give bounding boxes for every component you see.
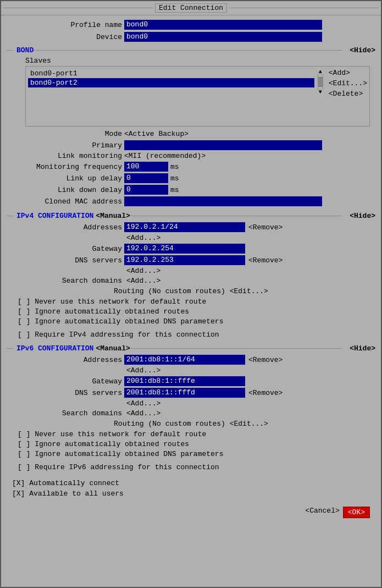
bond-label: BOND xyxy=(16,46,34,54)
bond-line-right xyxy=(34,50,342,51)
ipv6-gateway-label: Gateway xyxy=(7,377,122,386)
ipv6-address-remove-btn[interactable]: <Remove> xyxy=(248,356,283,364)
ipv6-hide-btn[interactable]: <Hide> xyxy=(350,344,375,353)
link-down-delay-input[interactable]: 0 xyxy=(124,185,168,195)
ipv6-gateway-input[interactable]: 2001:db8:1::fffe xyxy=(124,376,245,386)
ipv4-dns-remove-btn[interactable]: <Remove> xyxy=(248,256,283,265)
ipv4-gateway-label: Gateway xyxy=(7,245,122,253)
ipv6-add-address-btn[interactable]: <Add...> xyxy=(126,366,160,375)
ipv4-line-left xyxy=(7,216,13,216)
ipv6-routing-text[interactable]: Routing (No custom routes) <Edit...> xyxy=(114,420,268,428)
ipv6-line-right xyxy=(130,348,342,349)
mode-value[interactable]: <Active Backup> xyxy=(124,130,189,138)
edit-slave-btn[interactable]: <Edit...> xyxy=(329,79,367,87)
ipv6-dns-row: DNS servers 2001:db8:1::fffd <Remove> xyxy=(7,388,375,398)
ipv4-cb3-row: [ ] Ignore automatically obtained DNS pa… xyxy=(7,317,375,326)
primary-label: Primary xyxy=(7,141,122,150)
ipv4-cb3[interactable]: [ ] Ignore automatically obtained DNS pa… xyxy=(18,317,223,326)
bottom-buttons: <Cancel> <OK> xyxy=(7,504,375,520)
main-content: Profile name bond0 Device bond0 BOND <Hi… xyxy=(1,15,381,525)
ipv4-routing-text[interactable]: Routing (No custom routes) <Edit...> xyxy=(114,287,268,295)
link-down-delay-row: Link down delay 0 ms xyxy=(7,185,375,195)
primary-input[interactable] xyxy=(124,140,322,150)
ipv6-cb1-row: [ ] Never use this network for default r… xyxy=(7,430,375,438)
ipv4-label: IPv4 CONFIGURATION xyxy=(16,212,93,220)
link-monitoring-value[interactable]: <MII (recommended)> xyxy=(124,152,206,160)
link-up-delay-label: Link up delay xyxy=(7,174,122,183)
ipv4-cb4[interactable]: [ ] Require IPv4 addressing for this con… xyxy=(18,331,219,339)
ipv6-section: IPv6 CONFIGURATION <Manual> <Hide> Addre… xyxy=(7,344,375,471)
profile-name-input[interactable]: bond0 xyxy=(124,20,322,30)
bottom-section: [X] Automatically connect [X] Available … xyxy=(7,479,375,498)
slaves-actions: <Add> <Edit...> <Delete> xyxy=(329,69,367,98)
ipv6-section-header: IPv6 CONFIGURATION <Manual> <Hide> xyxy=(7,344,375,353)
link-monitoring-label: Link monitoring xyxy=(7,152,122,160)
ipv6-cb4-row: [ ] Require IPv6 addressing for this con… xyxy=(7,463,375,471)
ipv6-dns-add-row: <Add...> xyxy=(7,399,375,408)
auto-connect-row: [X] Automatically connect xyxy=(7,479,375,487)
ipv6-search-add-btn[interactable]: <Add...> xyxy=(126,409,160,417)
slaves-label: Slaves xyxy=(7,57,375,65)
ipv6-address-input[interactable]: 2001:db8:1::1/64 xyxy=(124,355,245,365)
ipv6-cb3[interactable]: [ ] Ignore automatically obtained DNS pa… xyxy=(18,450,223,458)
ipv4-cb4-row: [ ] Require IPv4 addressing for this con… xyxy=(7,331,375,339)
available-users-checkbox[interactable]: [X] Available to all users xyxy=(12,490,124,498)
mode-label: Mode xyxy=(7,130,122,138)
window-title: Edit Connection xyxy=(155,3,227,13)
ipv4-dns-row: DNS servers 192.0.2.253 <Remove> xyxy=(7,255,375,265)
ipv4-cb2-row: [ ] Ignore automatically obtained routes xyxy=(7,307,375,316)
ipv4-add-address-btn[interactable]: <Add...> xyxy=(126,234,160,242)
bond-section-header: BOND <Hide> xyxy=(7,46,375,54)
ms-label-3: ms xyxy=(170,186,179,194)
auto-connect-checkbox[interactable]: [X] Automatically connect xyxy=(12,479,119,487)
title-bar: Edit Connection xyxy=(1,1,381,15)
slave-item-1[interactable]: bond0-port1 xyxy=(28,69,314,78)
bond-hide-btn[interactable]: <Hide> xyxy=(350,46,375,54)
cloned-mac-input[interactable] xyxy=(124,196,322,206)
ipv4-cb2[interactable]: [ ] Ignore automatically obtained routes xyxy=(18,307,189,316)
ipv6-cb2[interactable]: [ ] Ignore automatically obtained routes xyxy=(18,440,189,448)
ok-button[interactable]: <OK> xyxy=(343,507,370,518)
slaves-list: bond0-port1 bond0-port2 xyxy=(28,69,314,124)
ipv4-search-add-btn[interactable]: <Add...> xyxy=(126,277,160,285)
ipv6-cb4[interactable]: [ ] Require IPv6 addressing for this con… xyxy=(18,463,219,471)
available-users-row: [X] Available to all users xyxy=(7,490,375,498)
cancel-button[interactable]: <Cancel> xyxy=(305,507,339,518)
primary-row: Primary xyxy=(7,140,375,150)
edit-connection-window: Edit Connection Profile name bond0 Devic… xyxy=(0,0,382,588)
ipv4-hide-btn[interactable]: <Hide> xyxy=(350,212,375,220)
device-input[interactable]: bond0 xyxy=(124,32,322,42)
ipv4-section-header: IPv4 CONFIGURATION <Manual> <Hide> xyxy=(7,212,375,220)
ipv4-search-row: Search domains <Add...> xyxy=(7,277,375,285)
bond-line-left xyxy=(7,50,13,51)
ipv6-search-label: Search domains xyxy=(7,409,122,417)
ipv4-cb1[interactable]: [ ] Never use this network for default r… xyxy=(18,298,206,306)
slave-item-2[interactable]: bond0-port2 xyxy=(28,78,314,87)
ipv4-dns-input[interactable]: 192.0.2.253 xyxy=(124,255,245,265)
monitoring-freq-input[interactable]: 100 xyxy=(124,162,168,172)
cloned-mac-row: Cloned MAC address xyxy=(7,196,375,206)
ipv6-addresses-row: Addresses 2001:db8:1::1/64 <Remove> xyxy=(7,355,375,365)
ipv4-dns-add-row: <Add...> xyxy=(7,267,375,275)
add-slave-btn[interactable]: <Add> xyxy=(329,69,367,77)
ipv4-address-remove-btn[interactable]: <Remove> xyxy=(248,223,283,232)
scroll-up-arrow[interactable]: ▲ xyxy=(319,69,322,75)
ipv6-manual-btn[interactable]: <Manual> xyxy=(96,344,130,353)
scroll-down-arrow[interactable]: ▼ xyxy=(319,89,322,95)
ipv4-address-input[interactable]: 192.0.2.1/24 xyxy=(124,222,245,232)
ipv4-gateway-input[interactable]: 192.0.2.254 xyxy=(124,244,245,254)
ipv6-dns-input[interactable]: 2001:db8:1::fffd xyxy=(124,388,245,398)
ms-label-1: ms xyxy=(170,163,179,171)
ipv6-dns-remove-btn[interactable]: <Remove> xyxy=(248,389,283,397)
ipv4-manual-btn[interactable]: <Manual> xyxy=(96,212,130,220)
ipv6-dns-add-btn[interactable]: <Add...> xyxy=(126,399,160,408)
ipv6-add-address-row: <Add...> xyxy=(7,366,375,375)
ipv6-routing-row: Routing (No custom routes) <Edit...> xyxy=(7,420,375,428)
link-up-delay-input[interactable]: 0 xyxy=(124,173,168,183)
device-label: Device xyxy=(7,33,122,41)
delete-slave-btn[interactable]: <Delete> xyxy=(329,90,367,98)
ipv6-cb1[interactable]: [ ] Never use this network for default r… xyxy=(18,430,206,438)
ipv6-cb2-row: [ ] Ignore automatically obtained routes xyxy=(7,440,375,448)
scrollbar-track xyxy=(318,75,323,89)
ipv4-dns-add-btn[interactable]: <Add...> xyxy=(126,267,160,275)
